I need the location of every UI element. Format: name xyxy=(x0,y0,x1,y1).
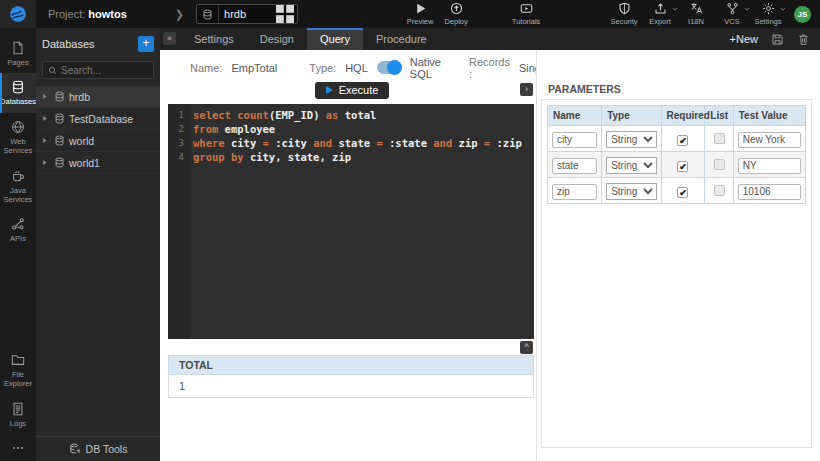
param-name-input[interactable] xyxy=(552,184,597,200)
param-row: String✔ xyxy=(548,178,806,204)
database-search[interactable] xyxy=(42,61,154,79)
param-name-cell xyxy=(548,178,602,204)
database-icon xyxy=(202,9,213,20)
database-icon xyxy=(54,91,65,102)
type-option-native-sql[interactable]: Native SQL xyxy=(410,56,441,80)
param-type-cell: String xyxy=(602,126,661,152)
param-required-checkbox[interactable]: ✔ xyxy=(677,187,688,198)
search-input[interactable] xyxy=(61,65,145,76)
param-name-input[interactable] xyxy=(552,132,597,148)
trash-icon[interactable] xyxy=(797,33,810,46)
expand-params-button[interactable]: › xyxy=(520,83,533,96)
dots-icon xyxy=(11,441,25,455)
tab-procedure[interactable]: Procedure xyxy=(363,28,440,50)
param-type-select[interactable]: String xyxy=(606,183,656,200)
sidebar-item-web-services[interactable]: Web Services xyxy=(0,113,36,162)
param-column-header: Test Value xyxy=(733,106,805,126)
param-test-value-input[interactable] xyxy=(738,132,801,148)
param-test-value-cell xyxy=(733,178,805,204)
tab-query[interactable]: Query xyxy=(307,28,363,50)
code-line: 1select count(EMP_ID) as total xyxy=(168,108,534,122)
sidebar-item-apis[interactable]: APIs xyxy=(0,210,36,249)
avatar[interactable]: JS xyxy=(794,6,811,23)
param-list-checkbox[interactable] xyxy=(714,133,725,144)
sidebar-item-more[interactable] xyxy=(0,434,36,461)
sidebar-item-pages[interactable]: Pages xyxy=(0,34,36,73)
sidebar-item-label: File Explorer xyxy=(0,370,36,389)
topbar-action-deploy[interactable]: Deploy xyxy=(438,2,474,26)
topbar-right-actions: SecurityExportI18NVCSSettings JS xyxy=(606,2,820,26)
param-test-value-input[interactable] xyxy=(738,158,801,174)
param-column-header: Type xyxy=(602,106,661,126)
topbar-action-export[interactable]: Export xyxy=(642,2,678,26)
chevron-down-icon xyxy=(780,6,786,12)
param-required-checkbox[interactable]: ✔ xyxy=(677,161,688,172)
param-type-select[interactable]: String xyxy=(606,131,656,148)
database-list: hrdbTestDatabaseworldworld1 xyxy=(36,86,160,174)
sql-editor[interactable]: 1select count(EMP_ID) as total2from empl… xyxy=(168,104,534,339)
sidebar-item-label: Java Services xyxy=(0,186,36,205)
db-item-name: world1 xyxy=(69,157,100,169)
param-required-cell: ✔ xyxy=(661,126,705,152)
param-list-checkbox[interactable] xyxy=(714,159,725,170)
deploy-icon xyxy=(450,2,463,15)
param-required-checkbox[interactable]: ✔ xyxy=(677,135,688,146)
topbar-action-settings[interactable]: Settings xyxy=(750,2,786,26)
db-item-hrdb[interactable]: hrdb xyxy=(36,86,160,108)
topbar-action-label: Security xyxy=(610,17,637,26)
topbar-center-actions: PreviewDeployTutorials xyxy=(402,2,544,26)
databases-panel: Databases + hrdbTestDatabaseworldworld1 … xyxy=(36,28,160,461)
param-test-value-input[interactable] xyxy=(738,184,801,200)
tab-settings[interactable]: Settings xyxy=(181,28,247,50)
app-logo[interactable] xyxy=(0,0,36,28)
sidebar-item-file-explorer[interactable]: File Explorer xyxy=(0,346,36,395)
param-column-header: Required xyxy=(661,106,705,126)
collapse-panel-button[interactable]: « xyxy=(163,32,176,45)
sidebar-item-java-services[interactable]: Java Services xyxy=(0,162,36,211)
code-line: 4group by city, state, zip xyxy=(168,150,534,164)
code-text: select count(EMP_ID) as total xyxy=(190,108,376,122)
new-query-button[interactable]: +New xyxy=(730,33,758,45)
add-database-button[interactable]: + xyxy=(138,36,154,52)
query-name-value: EmpTotal xyxy=(231,62,277,74)
topbar-action-tutorials[interactable]: Tutorials xyxy=(508,2,544,26)
topbar-action-label: Tutorials xyxy=(512,17,540,26)
db-item-name: hrdb xyxy=(69,91,90,103)
db-item-TestDatabase[interactable]: TestDatabase xyxy=(36,108,160,130)
type-label: Type: xyxy=(309,62,336,74)
topbar-action-i18n[interactable]: I18N xyxy=(678,2,714,26)
topbar-action-preview[interactable]: Preview xyxy=(402,2,438,26)
sidebar-item-databases[interactable]: Databases xyxy=(0,73,36,112)
topbar-action-label: I18N xyxy=(688,17,704,26)
parameters-table: NameTypeRequiredListTest Value String✔St… xyxy=(547,105,806,204)
topbar-action-security[interactable]: Security xyxy=(606,2,642,26)
type-toggle[interactable] xyxy=(377,61,401,74)
topbar-action-label: Preview xyxy=(407,17,434,26)
expand-caret-icon xyxy=(40,93,50,100)
video-icon xyxy=(520,2,533,15)
type-option-hql[interactable]: HQL xyxy=(345,62,368,74)
database-selector[interactable]: hrdb xyxy=(196,4,298,24)
project-prefix: Project: xyxy=(48,8,85,20)
db-item-world[interactable]: world xyxy=(36,130,160,152)
db-item-world1[interactable]: world1 xyxy=(36,152,160,174)
topbar-action-vcs[interactable]: VCS xyxy=(714,2,750,26)
parameters-pane: PARAMETERS NameTypeRequiredListTest Valu… xyxy=(536,50,820,461)
query-config-row: Name: EmpTotal Type: HQL Native SQL Reco… xyxy=(190,57,536,78)
sidebar-item-logs[interactable]: Logs xyxy=(0,395,36,434)
database-icon xyxy=(54,135,65,146)
db-tools-button[interactable]: DB Tools xyxy=(36,436,160,461)
save-icon[interactable] xyxy=(771,33,784,46)
grid-icon[interactable] xyxy=(273,2,297,26)
logo-icon xyxy=(9,5,27,23)
collapse-results-button[interactable]: ^ xyxy=(520,341,533,354)
param-type-select[interactable]: String xyxy=(606,157,656,174)
tab-design[interactable]: Design xyxy=(247,28,307,50)
line-number: 1 xyxy=(168,108,190,122)
param-list-checkbox[interactable] xyxy=(714,185,725,196)
expand-caret-icon xyxy=(40,137,50,144)
param-test-value-cell xyxy=(733,126,805,152)
param-name-input[interactable] xyxy=(552,158,597,174)
play-icon xyxy=(326,86,333,94)
execute-button[interactable]: Execute xyxy=(315,82,390,99)
